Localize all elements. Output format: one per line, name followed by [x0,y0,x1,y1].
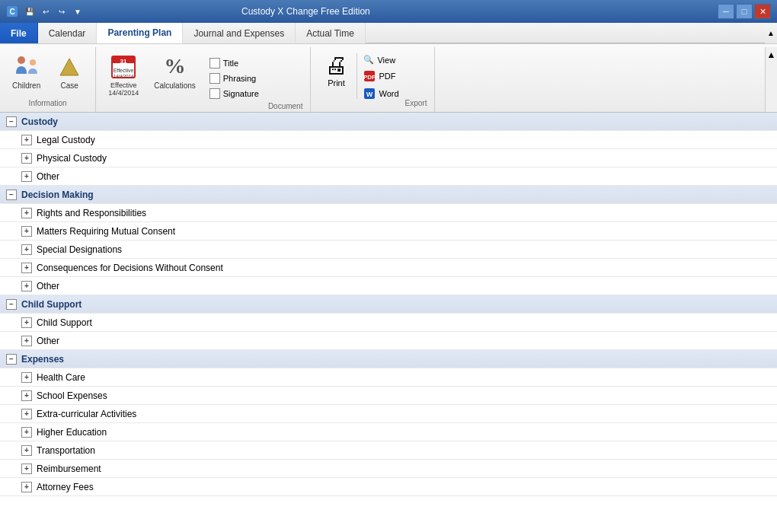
tree-label-matters-mutual: Matters Requiring Mutual Consent [37,226,175,237]
tree-label-other-decision: Other [37,281,59,291]
tree-item-reimbursement[interactable]: +Reimbursement [0,460,777,478]
svg-text:Effective: Effective [114,68,134,73]
word-button[interactable]: W Word [360,86,401,101]
expand-icon-matters-mutual[interactable]: + [21,226,32,237]
tree-item-higher-education[interactable]: +Higher Education [0,423,777,441]
tree-item-decision-making[interactable]: −Decision Making [0,186,777,204]
tree-item-transportation[interactable]: +Transportation [0,441,777,460]
close-button[interactable]: ✕ [754,4,771,19]
tab-file[interactable]: File [0,23,38,43]
ribbon-group-export: 🖨 Print 🔍 View PDF PDF W Word [311,47,435,112]
tree-item-child-support-section[interactable]: −Child Support [0,295,777,314]
expand-icon-transportation[interactable]: + [21,445,32,456]
tree-label-other-custody: Other [37,171,59,182]
tree-label-transportation: Transportation [37,445,95,456]
tree-item-attorney-fees[interactable]: +Attorney Fees [0,478,777,496]
expand-icon-other-custody[interactable]: + [21,171,32,182]
title-bar: C 💾 ↩ ↪ ▼ Custody X Change Free Edition … [0,0,777,23]
tree-label-consequences: Consequences for Decisions Without Conse… [37,263,223,273]
tab-actual-time[interactable]: Actual Time [296,23,366,43]
effective-button[interactable]: 31 Effective 14/4/2014 Effective14/4/201… [104,50,143,99]
undo-quick-button[interactable]: ↩ [39,5,53,18]
expand-icon-reimbursement[interactable]: + [21,464,32,474]
tree-item-other-decision[interactable]: +Other [0,277,777,295]
ribbon-scroll[interactable]: ▲ [765,47,777,112]
svg-text:31: 31 [120,58,127,65]
expand-icon-legal-custody[interactable]: + [21,135,32,145]
tree-item-school-expenses[interactable]: +School Expenses [0,387,777,405]
tree-item-consequences[interactable]: +Consequences for Decisions Without Cons… [0,259,777,277]
collapse-icon-expenses-section[interactable]: − [6,354,17,365]
ribbon-collapse-button[interactable]: ▲ [765,23,777,43]
tree-label-special-designations: Special Designations [37,244,122,255]
ribbon-group-information-items: Children Case [8,50,88,99]
tree-item-health-care[interactable]: +Health Care [0,368,777,387]
expand-icon-child-support[interactable]: + [21,317,32,328]
quick-access-toolbar: 💾 ↩ ↪ ▼ [23,5,85,18]
expand-icon-higher-education[interactable]: + [21,427,32,438]
tree-item-matters-mutual[interactable]: +Matters Requiring Mutual Consent [0,222,777,241]
tree-item-other-custody[interactable]: +Other [0,167,777,186]
tree-label-reimbursement: Reimbursement [37,464,101,474]
expand-icon-school-expenses[interactable]: + [21,390,32,401]
expand-icon-extra-curricular[interactable]: + [21,409,32,419]
window-controls: ─ □ ✕ [718,4,771,19]
expand-icon-rights-responsibilities[interactable]: + [21,208,32,218]
signature-checkbox-row[interactable]: Signature [206,87,262,100]
collapse-icon-custody[interactable]: − [6,116,17,127]
tree-label-legal-custody: Legal Custody [37,135,95,145]
tree-label-child-support: Child Support [37,317,92,328]
content-area[interactable]: −Custody+Legal Custody+Physical Custody+… [0,113,777,532]
print-button-label: Print [328,78,345,88]
save-quick-button[interactable]: 💾 [23,5,37,18]
expand-icon-other-support[interactable]: + [21,336,32,346]
expand-icon-special-designations[interactable]: + [21,244,32,255]
tree-item-custody[interactable]: −Custody [0,113,777,131]
tree-item-rights-responsibilities[interactable]: +Rights and Responsibilities [0,204,777,222]
tree-label-expenses-section: Expenses [21,354,64,365]
signature-checkbox[interactable] [209,88,220,99]
expand-icon-other-decision[interactable]: + [21,281,32,291]
expand-icon-physical-custody[interactable]: + [21,153,32,164]
customize-quick-button[interactable]: ▼ [71,5,85,18]
expand-icon-health-care[interactable]: + [21,372,32,383]
tree-label-other-support: Other [37,336,59,346]
tree-item-expenses-section[interactable]: −Expenses [0,350,777,368]
tree-item-legal-custody[interactable]: +Legal Custody [0,131,777,149]
expand-icon-attorney-fees[interactable]: + [21,482,32,492]
view-button[interactable]: 🔍 View [360,53,401,66]
case-icon [56,53,83,80]
effective-icon: 31 Effective 14/4/2014 [110,53,137,80]
children-button[interactable]: Children [8,50,45,92]
children-icon [13,53,40,80]
tab-journal[interactable]: Journal and Expenses [183,23,296,43]
redo-quick-button[interactable]: ↪ [55,5,69,18]
phrasing-checkbox-row[interactable]: Phrasing [206,72,262,85]
svg-point-3 [30,59,36,65]
print-button[interactable]: 🖨 Print [318,50,353,90]
pdf-button[interactable]: PDF PDF [360,68,401,84]
expand-icon-consequences[interactable]: + [21,263,32,273]
calculations-button[interactable]: % Calculations [149,50,200,92]
collapse-icon-decision-making[interactable]: − [6,190,17,200]
tree-item-special-designations[interactable]: +Special Designations [0,241,777,259]
tab-calendar[interactable]: Calendar [38,23,98,43]
phrasing-checkbox-label: Phrasing [223,74,256,83]
tree-label-physical-custody: Physical Custody [37,153,107,164]
phrasing-checkbox[interactable] [209,73,220,84]
title-checkbox-row[interactable]: Title [206,56,262,70]
minimize-button[interactable]: ─ [718,4,734,19]
tree-item-extra-curricular[interactable]: +Extra-curricular Activities [0,405,777,423]
children-button-label: Children [12,81,40,90]
tree-label-child-support-section: Child Support [21,299,82,310]
tree-item-child-support[interactable]: +Child Support [0,314,777,332]
tab-parenting-plan[interactable]: Parenting Plan [97,23,183,43]
case-button[interactable]: Case [51,50,88,92]
title-checkbox[interactable] [209,58,220,68]
calculations-icon: % [161,53,189,80]
word-button-label: Word [379,89,398,98]
tree-item-other-support[interactable]: +Other [0,332,777,350]
tree-item-physical-custody[interactable]: +Physical Custody [0,149,777,167]
maximize-button[interactable]: □ [736,4,753,19]
collapse-icon-child-support-section[interactable]: − [6,299,17,310]
